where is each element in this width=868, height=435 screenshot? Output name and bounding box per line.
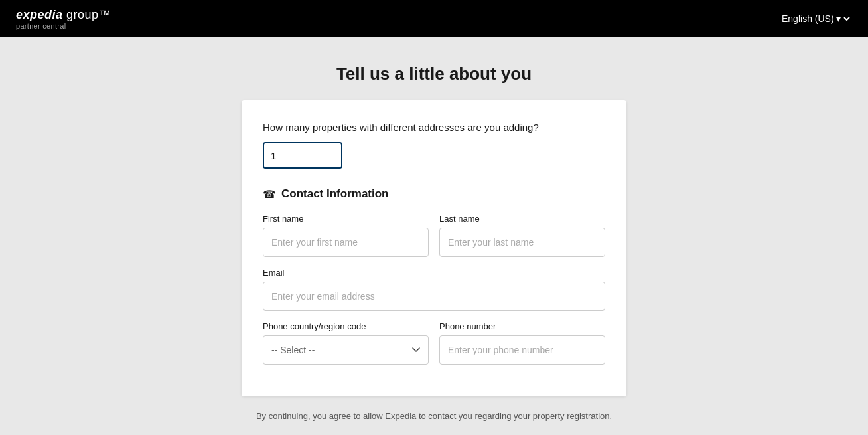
logo-group: group™	[66, 8, 111, 21]
email-input[interactable]	[263, 282, 605, 311]
properties-question: How many properties with different addre…	[263, 122, 605, 133]
header: expedia group™ partner central English (…	[0, 0, 868, 37]
first-name-label: First name	[263, 214, 429, 224]
main-content: Tell us a little about you How many prop…	[0, 37, 868, 435]
email-group: Email	[263, 268, 605, 311]
email-row: Email	[263, 268, 605, 311]
page-title: Tell us a little about you	[336, 64, 532, 84]
phone-number-input[interactable]	[439, 335, 605, 365]
logo-area: expedia group™ partner central	[16, 8, 111, 30]
phone-icon: ☎	[263, 188, 276, 201]
form-card: How many properties with different addre…	[242, 100, 626, 396]
phone-country-select[interactable]: -- Select -- +1 United States +44 United…	[263, 335, 429, 365]
last-name-label: Last name	[439, 214, 605, 224]
phone-country-group: Phone country/region code -- Select -- +…	[263, 321, 429, 365]
language-selector[interactable]: English (US) ▾ Español Français Deutsch	[779, 13, 852, 25]
email-label: Email	[263, 268, 605, 278]
last-name-input[interactable]	[439, 228, 605, 257]
phone-row: Phone country/region code -- Select -- +…	[263, 321, 605, 365]
properties-count-input[interactable]	[263, 142, 342, 169]
logo-expedia: expedia	[16, 8, 63, 21]
contact-section-title: Contact Information	[281, 187, 389, 201]
first-name-group: First name	[263, 214, 429, 257]
first-name-input[interactable]	[263, 228, 429, 257]
language-dropdown[interactable]: English (US) ▾ Español Français Deutsch	[779, 13, 852, 25]
phone-country-label: Phone country/region code	[263, 321, 429, 331]
contact-section-header: ☎ Contact Information	[263, 187, 605, 201]
disclaimer-text: By continuing, you agree to allow Expedi…	[256, 410, 612, 423]
logo-text: expedia group™	[16, 8, 111, 22]
phone-number-label: Phone number	[439, 321, 605, 331]
logo-sub: partner central	[16, 22, 111, 30]
phone-number-group: Phone number	[439, 321, 605, 365]
name-row: First name Last name	[263, 214, 605, 257]
properties-input-wrapper	[263, 142, 342, 169]
last-name-group: Last name	[439, 214, 605, 257]
